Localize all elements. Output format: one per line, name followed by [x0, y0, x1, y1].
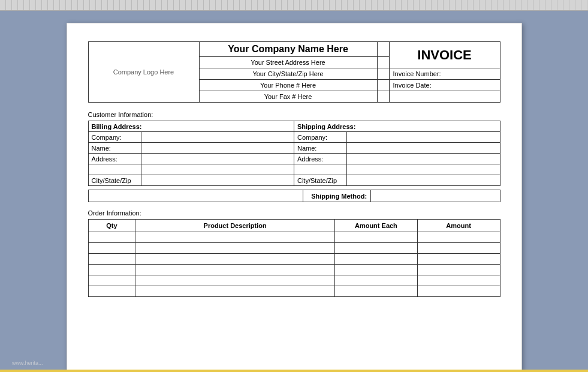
- shipping-empty-label: [294, 164, 346, 175]
- order-desc-1: [135, 243, 335, 254]
- order-qty-3: [88, 265, 135, 275]
- order-amount-1: [417, 243, 500, 254]
- city-state-zip: Your City/State/Zip Here: [252, 70, 323, 77]
- spacer3: [377, 68, 389, 80]
- shipping-address-label: Address:: [294, 154, 346, 164]
- shipping-company-label: Company:: [294, 132, 346, 143]
- order-amount-each-5: [335, 286, 418, 297]
- company-name: Your Company Name Here: [228, 44, 348, 54]
- order-qty-2: [88, 254, 135, 265]
- phone-cell: Your Phone # Here: [199, 80, 377, 91]
- shipping-method-table: Shipping Method:: [88, 190, 500, 202]
- address-table: Billing Address: Shipping Address: Compa…: [88, 121, 500, 186]
- order-desc-2: [135, 254, 335, 265]
- shipping-method-value: [371, 190, 500, 202]
- order-qty-0: [88, 232, 135, 243]
- address-row-address: Address: Address:: [88, 154, 500, 164]
- street-address: Your Street Address Here: [251, 59, 325, 66]
- billing-company-value: [141, 132, 294, 143]
- billing-header: Billing Address:: [88, 121, 294, 132]
- invoice-date-label-cell: Invoice Date:: [389, 80, 500, 91]
- order-amount-each-3: [335, 265, 418, 275]
- order-qty-1: [88, 243, 135, 254]
- order-desc-4: [135, 275, 335, 286]
- logo-text: Company Logo Here: [113, 68, 174, 76]
- address-row-name: Name: Name:: [88, 143, 500, 154]
- shipping-city-value: [347, 175, 500, 186]
- shipping-name-label: Name:: [294, 143, 346, 154]
- shipping-method-row: Shipping Method:: [88, 190, 500, 202]
- order-amount-each-1: [335, 243, 418, 254]
- shipping-spacer: [88, 190, 303, 202]
- order-desc-5: [135, 286, 335, 297]
- shipping-address-value: [347, 154, 500, 164]
- billing-address-label: Address:: [88, 154, 141, 164]
- city-state-zip-cell: Your City/State/Zip Here: [199, 68, 377, 80]
- order-row: [88, 265, 500, 275]
- order-qty-4: [88, 275, 135, 286]
- company-name-cell: Your Company Name Here: [199, 42, 377, 57]
- order-amount-each-4: [335, 275, 418, 286]
- order-amount-each-2: [335, 254, 418, 265]
- order-info-label: Order Information:: [88, 209, 500, 217]
- phone: Your Phone # Here: [260, 82, 316, 89]
- invoice-title-cell: INVOICE: [389, 42, 500, 68]
- page-wrapper: Company Logo Here Your Company Name Here…: [0, 11, 588, 372]
- order-amount-2: [417, 254, 500, 265]
- spacer2: [377, 57, 389, 68]
- col-header-qty: Qty: [88, 220, 135, 232]
- address-row-empty: [88, 164, 500, 175]
- order-row: [88, 254, 500, 265]
- order-desc-0: [135, 232, 335, 243]
- billing-name-label: Name:: [88, 143, 141, 154]
- watermark: www.herita...: [12, 360, 43, 366]
- invoice-number-label: Invoice Number:: [393, 70, 441, 77]
- shipping-method-label: Shipping Method:: [303, 190, 371, 202]
- col-header-amount: Amount: [417, 220, 500, 232]
- billing-empty-value: [141, 164, 294, 175]
- order-amount-0: [417, 232, 500, 243]
- order-amount-each-0: [335, 232, 418, 243]
- spacer4: [377, 80, 389, 91]
- order-qty-5: [88, 286, 135, 297]
- shipping-name-value: [347, 143, 500, 154]
- shipping-company-value: [347, 132, 500, 143]
- shipping-city-label: City/State/Zip: [294, 175, 346, 186]
- billing-city-value: [141, 175, 294, 186]
- billing-name-value: [141, 143, 294, 154]
- fax: Your Fax # Here: [264, 93, 312, 100]
- logo-cell: Company Logo Here: [88, 42, 199, 103]
- col-header-amount-each: Amount Each: [335, 220, 418, 232]
- invoice-page: Company Logo Here Your Company Name Here…: [67, 23, 522, 372]
- fax-cell: Your Fax # Here: [199, 91, 377, 103]
- invoice-header-table: Company Logo Here Your Company Name Here…: [88, 41, 500, 103]
- col-header-description: Product Description: [135, 220, 335, 232]
- address-row-company: Company: Company:: [88, 132, 500, 143]
- billing-city-label: City/State/Zip: [88, 175, 141, 186]
- order-row: [88, 286, 500, 297]
- order-table-header: Qty Product Description Amount Each Amou…: [88, 220, 500, 232]
- spacer-cell: [377, 42, 389, 57]
- address-row-city: City/State/Zip City/State/Zip: [88, 175, 500, 186]
- billing-empty-label: [88, 164, 141, 175]
- shipping-empty-value: [347, 164, 500, 175]
- order-row: [88, 243, 500, 254]
- invoice-title: INVOICE: [417, 47, 471, 62]
- order-amount-4: [417, 275, 500, 286]
- spacer5: [377, 91, 389, 103]
- customer-info-label: Customer Information:: [88, 111, 500, 118]
- invoice-date-label: Invoice Date:: [393, 82, 432, 89]
- yellow-accent-border: [0, 370, 588, 372]
- shipping-header: Shipping Address:: [294, 121, 500, 132]
- billing-address-value: [141, 154, 294, 164]
- spacer6: [389, 91, 500, 103]
- street-address-cell: Your Street Address Here: [199, 57, 377, 68]
- order-table: Qty Product Description Amount Each Amou…: [88, 219, 500, 297]
- order-amount-3: [417, 265, 500, 275]
- order-amount-5: [417, 286, 500, 297]
- invoice-number-label-cell: Invoice Number:: [389, 68, 500, 80]
- order-row: [88, 232, 500, 243]
- order-rows: [88, 232, 500, 297]
- order-row: [88, 275, 500, 286]
- billing-company-label: Company:: [88, 132, 141, 143]
